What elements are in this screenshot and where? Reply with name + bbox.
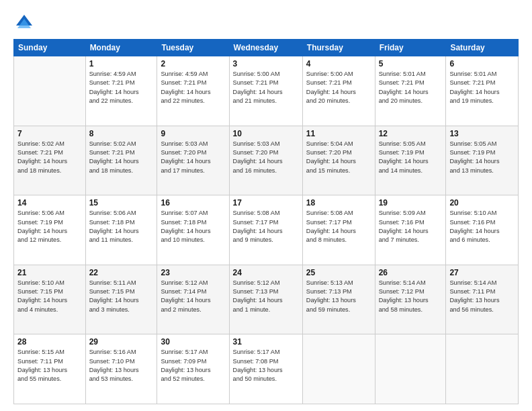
day-info: Sunrise: 4:59 AMSunset: 7:21 PMDaylight:… — [161, 70, 225, 105]
day-number: 10 — [233, 129, 299, 138]
calendar-cell: 15Sunrise: 5:06 AMSunset: 7:18 PMDayligh… — [85, 195, 157, 265]
calendar-cell: 26Sunrise: 5:14 AMSunset: 7:12 PMDayligh… — [375, 265, 446, 334]
day-number: 7 — [17, 129, 82, 138]
day-number: 25 — [306, 268, 371, 277]
day-number: 8 — [89, 129, 154, 138]
day-number: 20 — [449, 198, 515, 208]
calendar-cell: 13Sunrise: 5:05 AMSunset: 7:19 PMDayligh… — [446, 126, 519, 195]
calendar-cell: 25Sunrise: 5:13 AMSunset: 7:13 PMDayligh… — [302, 265, 375, 334]
day-info: Sunrise: 5:10 AMSunset: 7:16 PMDaylight:… — [449, 209, 515, 244]
calendar-cell: 1Sunrise: 4:59 AMSunset: 7:21 PMDaylight… — [85, 56, 157, 126]
calendar-week-3: 14Sunrise: 5:06 AMSunset: 7:19 PMDayligh… — [14, 195, 519, 265]
day-info: Sunrise: 5:11 AMSunset: 7:15 PMDaylight:… — [89, 279, 154, 314]
day-number: 24 — [233, 268, 299, 277]
calendar-cell: 27Sunrise: 5:14 AMSunset: 7:11 PMDayligh… — [446, 265, 519, 334]
day-number: 31 — [233, 337, 299, 347]
day-number: 15 — [89, 198, 154, 208]
day-info: Sunrise: 5:10 AMSunset: 7:15 PMDaylight:… — [17, 279, 82, 314]
day-info: Sunrise: 5:16 AMSunset: 7:10 PMDaylight:… — [89, 348, 154, 383]
day-number: 16 — [161, 198, 225, 208]
day-number: 29 — [89, 337, 154, 347]
calendar-cell: 22Sunrise: 5:11 AMSunset: 7:15 PMDayligh… — [85, 265, 157, 334]
calendar-cell: 23Sunrise: 5:12 AMSunset: 7:14 PMDayligh… — [157, 265, 229, 334]
day-info: Sunrise: 5:02 AMSunset: 7:21 PMDaylight:… — [89, 140, 154, 175]
calendar-cell: 18Sunrise: 5:08 AMSunset: 7:17 PMDayligh… — [302, 195, 375, 265]
calendar-cell: 24Sunrise: 5:12 AMSunset: 7:13 PMDayligh… — [229, 265, 302, 334]
day-number: 4 — [306, 59, 371, 68]
calendar-cell — [375, 334, 446, 404]
calendar-cell: 7Sunrise: 5:02 AMSunset: 7:21 PMDaylight… — [14, 126, 86, 195]
day-info: Sunrise: 5:12 AMSunset: 7:13 PMDaylight:… — [233, 279, 299, 314]
calendar-header-tuesday: Tuesday — [157, 40, 229, 56]
calendar-week-5: 28Sunrise: 5:15 AMSunset: 7:11 PMDayligh… — [14, 334, 519, 404]
logo-icon — [13, 12, 35, 34]
calendar-cell: 21Sunrise: 5:10 AMSunset: 7:15 PMDayligh… — [14, 265, 86, 334]
calendar-header-saturday: Saturday — [446, 40, 519, 56]
day-number: 13 — [449, 129, 515, 138]
day-number: 12 — [379, 129, 443, 138]
day-number: 30 — [161, 337, 225, 347]
day-info: Sunrise: 5:14 AMSunset: 7:12 PMDaylight:… — [379, 279, 443, 314]
day-number: 23 — [161, 268, 225, 277]
calendar-cell: 10Sunrise: 5:03 AMSunset: 7:20 PMDayligh… — [229, 126, 302, 195]
day-number: 1 — [89, 59, 154, 68]
day-number: 5 — [379, 59, 443, 68]
calendar-cell: 6Sunrise: 5:01 AMSunset: 7:21 PMDaylight… — [446, 56, 519, 126]
day-info: Sunrise: 5:13 AMSunset: 7:13 PMDaylight:… — [306, 279, 371, 314]
calendar-week-2: 7Sunrise: 5:02 AMSunset: 7:21 PMDaylight… — [14, 126, 519, 195]
calendar-table: SundayMondayTuesdayWednesdayThursdayFrid… — [13, 39, 519, 404]
day-number: 18 — [306, 198, 371, 208]
day-number: 26 — [379, 268, 443, 277]
calendar-header-friday: Friday — [375, 40, 446, 56]
day-number: 11 — [306, 129, 371, 138]
calendar-cell: 19Sunrise: 5:09 AMSunset: 7:16 PMDayligh… — [375, 195, 446, 265]
day-info: Sunrise: 5:06 AMSunset: 7:18 PMDaylight:… — [89, 209, 154, 244]
day-info: Sunrise: 5:01 AMSunset: 7:21 PMDaylight:… — [449, 70, 515, 105]
calendar-header-sunday: Sunday — [14, 40, 86, 56]
calendar-cell — [302, 334, 375, 404]
calendar-cell: 5Sunrise: 5:01 AMSunset: 7:21 PMDaylight… — [375, 56, 446, 126]
day-number: 3 — [233, 59, 299, 68]
day-number: 6 — [449, 59, 515, 68]
day-info: Sunrise: 5:00 AMSunset: 7:21 PMDaylight:… — [233, 70, 299, 105]
day-number: 17 — [233, 198, 299, 208]
day-info: Sunrise: 5:05 AMSunset: 7:19 PMDaylight:… — [379, 140, 443, 175]
day-info: Sunrise: 5:01 AMSunset: 7:21 PMDaylight:… — [379, 70, 443, 105]
day-number: 19 — [379, 198, 443, 208]
day-info: Sunrise: 5:03 AMSunset: 7:20 PMDaylight:… — [161, 140, 225, 175]
day-info: Sunrise: 5:12 AMSunset: 7:14 PMDaylight:… — [161, 279, 225, 314]
calendar-cell: 4Sunrise: 5:00 AMSunset: 7:21 PMDaylight… — [302, 56, 375, 126]
day-info: Sunrise: 4:59 AMSunset: 7:21 PMDaylight:… — [89, 70, 154, 105]
day-info: Sunrise: 5:15 AMSunset: 7:11 PMDaylight:… — [17, 348, 82, 383]
calendar-cell: 16Sunrise: 5:07 AMSunset: 7:18 PMDayligh… — [157, 195, 229, 265]
day-number: 27 — [449, 268, 515, 277]
day-number: 22 — [89, 268, 154, 277]
day-info: Sunrise: 5:07 AMSunset: 7:18 PMDaylight:… — [161, 209, 225, 244]
day-number: 2 — [161, 59, 225, 68]
calendar-cell: 31Sunrise: 5:17 AMSunset: 7:08 PMDayligh… — [229, 334, 302, 404]
calendar-header-thursday: Thursday — [302, 40, 375, 56]
day-info: Sunrise: 5:05 AMSunset: 7:19 PMDaylight:… — [449, 140, 515, 175]
day-info: Sunrise: 5:08 AMSunset: 7:17 PMDaylight:… — [306, 209, 371, 244]
calendar-cell: 2Sunrise: 4:59 AMSunset: 7:21 PMDaylight… — [157, 56, 229, 126]
calendar-cell: 3Sunrise: 5:00 AMSunset: 7:21 PMDaylight… — [229, 56, 302, 126]
day-info: Sunrise: 5:03 AMSunset: 7:20 PMDaylight:… — [233, 140, 299, 175]
calendar-cell: 17Sunrise: 5:08 AMSunset: 7:17 PMDayligh… — [229, 195, 302, 265]
calendar-cell: 29Sunrise: 5:16 AMSunset: 7:10 PMDayligh… — [85, 334, 157, 404]
day-number: 21 — [17, 268, 82, 277]
day-info: Sunrise: 5:14 AMSunset: 7:11 PMDaylight:… — [449, 279, 515, 314]
calendar-cell: 20Sunrise: 5:10 AMSunset: 7:16 PMDayligh… — [446, 195, 519, 265]
calendar-cell: 9Sunrise: 5:03 AMSunset: 7:20 PMDaylight… — [157, 126, 229, 195]
calendar-cell: 28Sunrise: 5:15 AMSunset: 7:11 PMDayligh… — [14, 334, 86, 404]
calendar-cell: 14Sunrise: 5:06 AMSunset: 7:19 PMDayligh… — [14, 195, 86, 265]
day-number: 28 — [17, 337, 82, 347]
calendar-cell: 30Sunrise: 5:17 AMSunset: 7:09 PMDayligh… — [157, 334, 229, 404]
day-info: Sunrise: 5:06 AMSunset: 7:19 PMDaylight:… — [17, 209, 82, 244]
page: SundayMondayTuesdayWednesdayThursdayFrid… — [0, 0, 532, 411]
header — [13, 12, 519, 34]
day-info: Sunrise: 5:09 AMSunset: 7:16 PMDaylight:… — [379, 209, 443, 244]
day-info: Sunrise: 5:17 AMSunset: 7:08 PMDaylight:… — [233, 348, 299, 383]
day-number: 14 — [17, 198, 82, 208]
calendar-cell: 8Sunrise: 5:02 AMSunset: 7:21 PMDaylight… — [85, 126, 157, 195]
day-info: Sunrise: 5:08 AMSunset: 7:17 PMDaylight:… — [233, 209, 299, 244]
